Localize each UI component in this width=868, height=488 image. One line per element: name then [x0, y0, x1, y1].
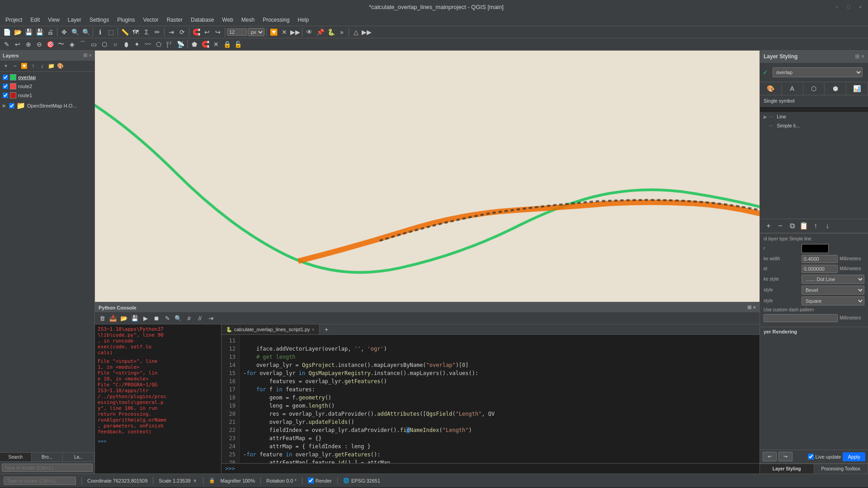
extra-button1[interactable]: △ — [351, 27, 361, 37]
layer-checkbox-overlap[interactable] — [3, 75, 8, 80]
menu-web[interactable]: Web — [218, 15, 236, 24]
layer-down-button[interactable]: ↓ — [38, 62, 46, 70]
more-button2[interactable]: » — [337, 27, 347, 37]
open-file-button[interactable]: 📂 — [13, 27, 23, 37]
menu-mesh[interactable]: Mesh — [238, 15, 258, 24]
pan-button[interactable]: ✥ — [59, 27, 69, 37]
join-style-select[interactable]: Bevel — [802, 286, 864, 295]
digitize-button[interactable]: ✏ — [152, 27, 162, 37]
style-diagram-button[interactable]: 📊 — [846, 82, 868, 95]
rotate-button[interactable]: ⟳ — [177, 27, 187, 37]
editor-tab-script[interactable]: 🐍 calculate_overlap_lines_script1.py × — [222, 324, 320, 334]
tab-layers[interactable]: La... — [63, 453, 94, 461]
close-button2[interactable]: ✕ — [211, 39, 221, 49]
move-button[interactable]: ⇥ — [166, 27, 176, 37]
more-tools-button[interactable]: ▶▶ — [290, 27, 300, 37]
maximize-button[interactable]: □ — [844, 3, 853, 11]
apply-button[interactable]: Apply — [843, 452, 865, 461]
tab-browse[interactable]: Bro... — [32, 453, 63, 461]
menu-settings[interactable]: Settings — [86, 15, 113, 24]
layer-checkbox-route2[interactable] — [3, 84, 8, 89]
python-button[interactable]: 🐍 — [326, 27, 336, 37]
curve-button[interactable]: 〜 — [56, 39, 66, 49]
circle-button[interactable]: ○ — [110, 39, 120, 49]
layer-style-button[interactable]: 🎨 — [56, 62, 64, 70]
copy-symbol-layer-button[interactable]: ⧉ — [787, 221, 797, 231]
preview-button[interactable]: 👁 — [304, 27, 314, 37]
remove-symbol-layer-button[interactable]: − — [775, 221, 785, 231]
py-open-button[interactable]: 📂 — [119, 314, 128, 323]
style-3d-button[interactable]: ⬢ — [825, 82, 846, 95]
menu-project[interactable]: Project — [2, 15, 26, 24]
tab-layer-styling[interactable]: Layer Styling — [760, 464, 814, 474]
cap-style-select[interactable]: Square — [802, 296, 864, 305]
annot-button[interactable]: 🏴 — [165, 39, 175, 49]
layer-selector[interactable]: overlap — [773, 67, 863, 77]
py-indent-button[interactable]: ⇥ — [206, 314, 215, 323]
style-undo-button[interactable]: ↩ — [763, 452, 777, 461]
close-button[interactable]: × — [856, 3, 864, 11]
down-symbol-layer-button[interactable]: ↓ — [822, 221, 832, 231]
paste-symbol-layer-button[interactable]: 📋 — [799, 221, 809, 231]
menu-processing[interactable]: Processing — [259, 15, 293, 24]
menu-vector[interactable]: Vector — [140, 15, 162, 24]
atlas-button[interactable]: 🗺 — [131, 27, 141, 37]
code-area[interactable]: 1112131415 1617181920 212223242526 iface… — [222, 335, 760, 463]
ellipse-button[interactable]: ⬮ — [121, 39, 131, 49]
unlock-button[interactable]: 🔓 — [233, 39, 243, 49]
extra-button2[interactable]: ▶▶ — [362, 27, 372, 37]
new-file-button[interactable]: 📄 — [2, 27, 12, 37]
stroke-width-input[interactable] — [802, 255, 838, 263]
style-mask-button[interactable]: ⬡ — [803, 82, 825, 95]
filter-button[interactable]: 🔽 — [269, 27, 278, 37]
save-button[interactable]: 💾 — [24, 27, 33, 37]
del-point-button[interactable]: ⊖ — [34, 39, 44, 49]
layer-item-route2[interactable]: route2 — [1, 82, 94, 91]
python-input[interactable] — [237, 465, 756, 472]
polygon-button[interactable]: ⬡ — [99, 39, 109, 49]
print-button[interactable]: 🖨 — [45, 27, 55, 37]
menu-edit[interactable]: Edit — [27, 15, 43, 24]
style-label-button[interactable]: A — [782, 82, 803, 95]
py-comment-button[interactable]: # — [184, 314, 193, 323]
menu-view[interactable]: View — [44, 15, 63, 24]
layer-add-button[interactable]: + — [2, 62, 10, 70]
rectangle-button[interactable]: ▭ — [89, 39, 99, 49]
measure-button[interactable]: 📏 — [120, 27, 130, 37]
snap3-button[interactable]: 🧲 — [200, 39, 210, 49]
add-symbol-layer-button[interactable]: + — [764, 221, 774, 231]
select-button[interactable]: ⬚ — [106, 27, 116, 37]
menu-plugins[interactable]: Plugins — [113, 15, 138, 24]
redo-toolbar-button[interactable]: ↪ — [213, 27, 223, 37]
style-paint-button[interactable]: 🎨 — [760, 82, 782, 95]
menu-layer[interactable]: Layer — [64, 15, 85, 24]
python-close-icon[interactable]: × — [753, 305, 756, 310]
close-filter-button[interactable]: ✕ — [279, 27, 289, 37]
right-panel-close-icon[interactable]: × — [861, 53, 864, 60]
menu-help[interactable]: Help — [294, 15, 313, 24]
reg-button[interactable]: ⬠ — [154, 39, 164, 49]
offset-input[interactable] — [802, 265, 838, 273]
save-as-button[interactable]: 💾 — [34, 27, 44, 37]
style-tree-simple-line[interactable]: ··· Simple li... — [760, 121, 868, 130]
layer-remove-button[interactable]: − — [11, 62, 19, 70]
layer-item-route1[interactable]: route1 — [1, 91, 94, 100]
map-canvas[interactable] — [95, 51, 760, 302]
py-save-button[interactable]: 💾 — [130, 314, 139, 323]
snap2-button[interactable]: 🎯 — [45, 39, 55, 49]
font-unit-select[interactable]: px — [248, 28, 264, 36]
vertex-button[interactable]: ◈ — [67, 39, 77, 49]
py-clear-button[interactable]: 🗑 — [98, 314, 107, 323]
locate-input[interactable] — [2, 464, 93, 472]
gps-button[interactable]: 📡 — [175, 39, 185, 49]
layer-checkbox-route1[interactable] — [3, 93, 8, 98]
py-stop-button[interactable]: ⏹ — [152, 314, 161, 323]
lock-button[interactable]: 🔒 — [222, 39, 232, 49]
color-picker-button[interactable] — [802, 244, 829, 253]
layer-checkbox-osm[interactable] — [9, 103, 14, 108]
layer-item-overlap[interactable]: overlap — [1, 73, 94, 82]
up-symbol-layer-button[interactable]: ↑ — [811, 221, 821, 231]
style-redo-button[interactable]: ↪ — [778, 452, 793, 461]
identify-button[interactable]: ℹ — [95, 27, 105, 37]
font-size-input[interactable] — [227, 28, 247, 36]
